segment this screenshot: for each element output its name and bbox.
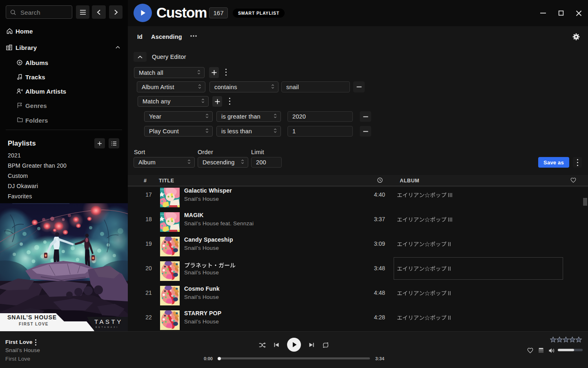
svg-text:SNAIL’S HOUSE: SNAIL’S HOUSE (7, 314, 57, 321)
svg-text:BETAMAXI: BETAMAXI (96, 326, 119, 328)
svg-text:TASTY: TASTY (94, 318, 123, 325)
svg-text:FIRST LOVE: FIRST LOVE (19, 322, 49, 326)
